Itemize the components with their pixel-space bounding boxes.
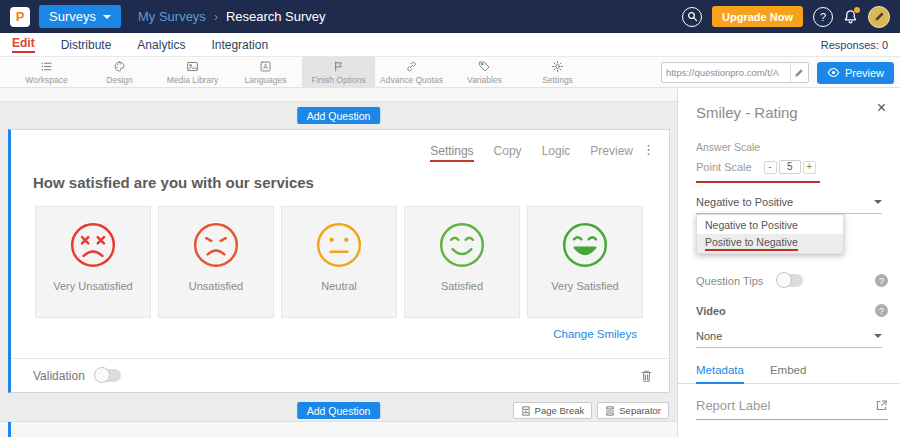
chevron-down-icon bbox=[874, 334, 882, 338]
toolbar-item-workspace[interactable]: Workspace bbox=[10, 57, 83, 87]
add-question-button-bottom[interactable]: Add Question bbox=[297, 402, 381, 419]
toolbar-item-label: Finish Options bbox=[311, 75, 365, 85]
help-button[interactable]: ? bbox=[813, 7, 833, 27]
question-tips-help-button[interactable]: ? bbox=[875, 274, 888, 287]
topbar: P Surveys My Surveys › Research Survey U… bbox=[0, 0, 900, 33]
preview-label: Preview bbox=[845, 67, 884, 79]
surveys-menu-label: Surveys bbox=[49, 9, 96, 24]
avatar-button[interactable] bbox=[868, 6, 890, 28]
breadcrumb-my-surveys[interactable]: My Surveys bbox=[138, 9, 206, 24]
toolbar-item-design[interactable]: Design bbox=[83, 57, 156, 87]
close-panel-button[interactable]: × bbox=[877, 100, 886, 116]
app-root: { "topbar": { "logo_letter": "P", "produ… bbox=[0, 0, 900, 437]
toolbar-item-advance-quotas[interactable]: Advance Quotas bbox=[375, 57, 448, 87]
scale-direction-select[interactable]: Negative to Positive bbox=[696, 196, 882, 214]
toolbar-item-label: Media Library bbox=[167, 75, 219, 85]
tab-analytics[interactable]: Analytics bbox=[137, 38, 185, 52]
page-break-button[interactable]: Page Break bbox=[513, 402, 593, 419]
toggle-knob bbox=[776, 272, 792, 288]
smiley-options: Very Unsatisfied Unsatisfied Neutral bbox=[35, 206, 643, 318]
breadcrumb-current-survey: Research Survey bbox=[226, 9, 326, 24]
separator-label: Separator bbox=[619, 405, 661, 416]
question-tab-settings[interactable]: Settings bbox=[430, 144, 473, 162]
toolbar-item-variables[interactable]: Variables bbox=[448, 57, 521, 87]
notifications-button[interactable] bbox=[843, 9, 858, 24]
toggle-knob bbox=[94, 367, 110, 383]
question-tips-toggle[interactable] bbox=[777, 274, 803, 287]
eye-icon bbox=[827, 66, 840, 79]
tab-distribute[interactable]: Distribute bbox=[61, 38, 112, 52]
gear-icon bbox=[551, 60, 564, 73]
video-help-button[interactable]: ? bbox=[875, 304, 888, 317]
smiley-very-unsatisfied-icon bbox=[68, 220, 118, 270]
surveys-menu-button[interactable]: Surveys bbox=[39, 5, 121, 28]
upgrade-now-button[interactable]: Upgrade Now bbox=[712, 6, 803, 27]
smiley-option-very-unsatisfied[interactable]: Very Unsatisfied bbox=[35, 206, 151, 318]
point-scale-row: Point Scale - 5 + bbox=[696, 160, 820, 183]
survey-canvas: Add Question Settings Copy Logic Preview… bbox=[0, 88, 677, 437]
survey-url-input[interactable] bbox=[662, 67, 790, 78]
preview-button[interactable]: Preview bbox=[817, 62, 894, 84]
video-select[interactable]: None bbox=[696, 330, 882, 348]
question-tips-label: Question Tips bbox=[696, 275, 763, 287]
questionpro-logo[interactable]: P bbox=[10, 7, 30, 27]
question-card-tabs: Settings Copy Logic Preview bbox=[430, 144, 633, 162]
scale-direction-dropdown: Negative to Positive Positive to Negativ… bbox=[696, 214, 844, 254]
tab-integration[interactable]: Integration bbox=[211, 38, 268, 52]
smiley-label: Very Unsatisfied bbox=[53, 280, 132, 292]
question-title[interactable]: How satisfied are you with our services bbox=[33, 174, 314, 191]
image-icon bbox=[186, 60, 199, 73]
question-card: Settings Copy Logic Preview ⋮ How satisf… bbox=[8, 129, 670, 393]
svg-text:A: A bbox=[263, 62, 268, 69]
report-label-input[interactable] bbox=[696, 398, 875, 413]
chevron-down-icon bbox=[874, 200, 882, 204]
smiley-label: Very Satisfied bbox=[551, 280, 618, 292]
search-button[interactable] bbox=[682, 7, 702, 27]
smiley-option-neutral[interactable]: Neutral bbox=[281, 206, 397, 318]
page-break-label: Page Break bbox=[535, 405, 585, 416]
delete-question-button[interactable] bbox=[640, 369, 653, 383]
option-positive-to-negative[interactable]: Positive to Negative bbox=[697, 234, 843, 253]
tab-metadata[interactable]: Metadata bbox=[696, 364, 744, 384]
question-tab-logic[interactable]: Logic bbox=[542, 144, 571, 162]
next-section-strip bbox=[0, 421, 677, 437]
toolbar-item-settings[interactable]: Settings bbox=[521, 57, 594, 87]
tab-edit[interactable]: Edit bbox=[12, 36, 35, 53]
smiley-option-satisfied[interactable]: Satisfied bbox=[404, 206, 520, 318]
edit-report-label-button[interactable] bbox=[875, 399, 888, 412]
question-tab-copy[interactable]: Copy bbox=[494, 144, 522, 162]
help-question-mark: ? bbox=[820, 11, 826, 23]
toolbar-item-media-library[interactable]: Media Library bbox=[156, 57, 229, 87]
toolbar-item-label: Workspace bbox=[25, 75, 67, 85]
survey-nav: Edit Distribute Analytics Integration Re… bbox=[0, 33, 900, 57]
toolbar-item-finish-options[interactable]: Finish Options bbox=[302, 57, 375, 87]
decrease-scale-button[interactable]: - bbox=[764, 161, 777, 174]
edit-url-button[interactable] bbox=[790, 63, 808, 82]
link-icon bbox=[405, 60, 418, 73]
question-more-options-button[interactable]: ⋮ bbox=[642, 142, 655, 157]
separator-icon bbox=[605, 406, 615, 416]
pencil-icon bbox=[874, 11, 885, 22]
panel-title: Smiley - Rating bbox=[696, 104, 798, 121]
palette-icon bbox=[113, 60, 126, 73]
change-smileys-link[interactable]: Change Smileys bbox=[553, 328, 637, 340]
toolbar-right: Preview bbox=[661, 57, 894, 88]
separator-button[interactable]: Separator bbox=[597, 402, 669, 419]
report-label-row bbox=[696, 398, 888, 420]
smiley-very-satisfied-icon bbox=[560, 220, 610, 270]
pencil-icon bbox=[794, 68, 804, 78]
tab-embed[interactable]: Embed bbox=[770, 364, 806, 383]
smiley-neutral-icon bbox=[314, 220, 364, 270]
toolbar-item-languages[interactable]: A Languages bbox=[229, 57, 302, 87]
section-strip bbox=[0, 88, 677, 102]
list-icon bbox=[40, 60, 53, 73]
add-question-button-top[interactable]: Add Question bbox=[297, 107, 381, 124]
option-negative-to-positive[interactable]: Negative to Positive bbox=[697, 215, 843, 234]
question-tab-preview[interactable]: Preview bbox=[590, 144, 633, 162]
smiley-option-unsatisfied[interactable]: Unsatisfied bbox=[158, 206, 274, 318]
responses-count[interactable]: Responses: 0 bbox=[821, 39, 888, 51]
increase-scale-button[interactable]: + bbox=[803, 161, 816, 174]
smiley-option-very-satisfied[interactable]: Very Satisfied bbox=[527, 206, 643, 318]
panel-tabs: Metadata Embed bbox=[678, 364, 900, 384]
validation-toggle[interactable] bbox=[95, 369, 121, 382]
